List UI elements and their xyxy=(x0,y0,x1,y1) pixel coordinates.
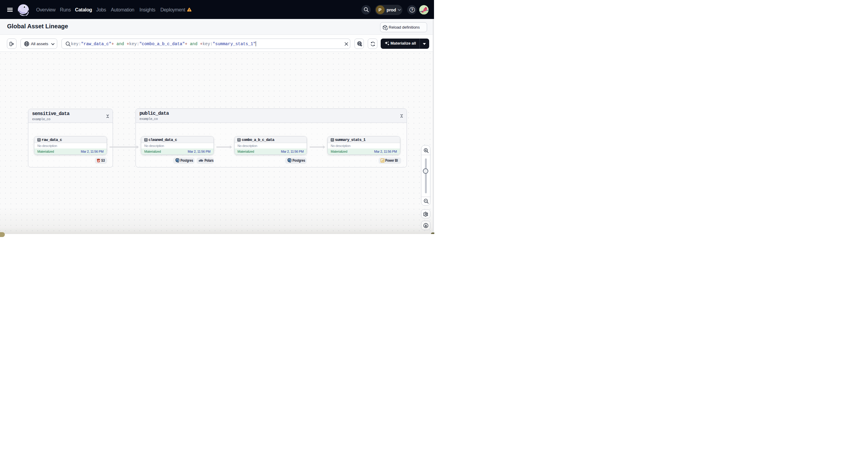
svg-text:?: ? xyxy=(411,7,413,12)
